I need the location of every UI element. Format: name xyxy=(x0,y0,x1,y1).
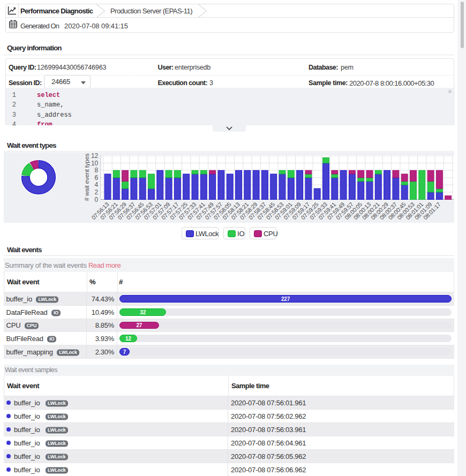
svg-text:2: 2 xyxy=(95,188,99,196)
svg-text:8: 8 xyxy=(95,167,99,174)
svg-text:10: 10 xyxy=(91,160,98,167)
svg-text:12: 12 xyxy=(91,152,98,160)
svg-text:4: 4 xyxy=(95,181,99,188)
svg-text:6: 6 xyxy=(95,174,99,182)
svg-text:# wait event types: # wait event types xyxy=(84,153,90,201)
svg-text:0: 0 xyxy=(95,196,99,203)
